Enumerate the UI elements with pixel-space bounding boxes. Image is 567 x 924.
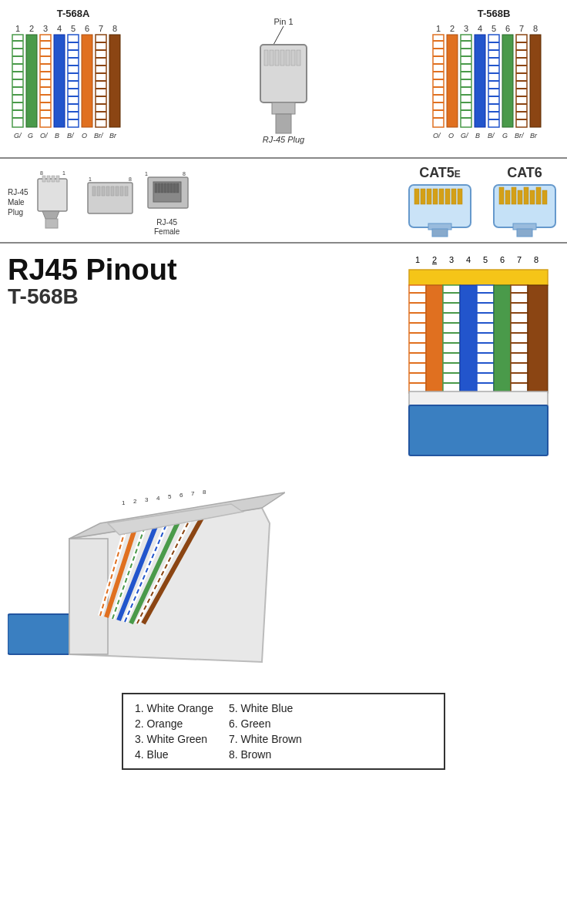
svg-rect-20 (26, 35, 37, 127)
svg-rect-164 (116, 186, 119, 196)
svg-rect-153 (47, 176, 50, 182)
svg-text:5: 5 (492, 24, 496, 33)
svg-text:8: 8 (183, 171, 186, 176)
svg-text:G/: G/ (14, 132, 22, 139)
bottom-section: RJ45 Pinout T-568B 1 2 3 4 5 6 7 8 (0, 244, 567, 789)
svg-text:6: 6 (85, 24, 89, 33)
svg-text:8: 8 (129, 176, 132, 182)
legend-item-7-text: 7. White Brown (229, 733, 302, 745)
legend-item-6: 6. Green (229, 717, 302, 730)
right-wire-diagram: 1 2 3 4 5 6 7 8 (405, 255, 559, 462)
svg-marker-150 (42, 211, 59, 219)
svg-rect-186 (439, 189, 444, 204)
svg-text:G: G (502, 132, 508, 139)
legend-item-2: 2. Orange (135, 717, 213, 730)
svg-text:8: 8 (40, 171, 43, 176)
svg-rect-174 (158, 183, 160, 193)
svg-rect-188 (451, 189, 456, 204)
pinout-title: RJ45 Pinout (8, 255, 177, 284)
svg-rect-114 (475, 35, 485, 127)
legend-item-3: 3. White Green (135, 733, 213, 745)
legend-box: 1. White Orange 2. Orange 3. White Green… (122, 693, 445, 770)
svg-rect-140 (530, 35, 541, 127)
svg-text:4: 4 (156, 495, 160, 502)
legend-item-8: 8. Brown (229, 748, 302, 761)
rj45-female-label: RJ-45Female (154, 218, 179, 237)
svg-rect-193 (499, 187, 504, 204)
svg-rect-73 (275, 50, 279, 66)
rj45-plug-svg: Pin 1 RJ-45 Plug (241, 15, 326, 146)
svg-rect-160 (97, 186, 100, 196)
legend-item-4: 4. Blue (135, 748, 213, 761)
plug-side-view-svg: 8 1 (36, 171, 79, 233)
svg-rect-252 (409, 391, 548, 405)
svg-rect-72 (270, 50, 273, 66)
svg-rect-149 (38, 179, 67, 211)
big-rj45-svg: 1 2 3 4 5 6 7 8 (8, 446, 285, 685)
svg-rect-163 (111, 186, 114, 196)
svg-text:B/: B/ (488, 132, 495, 139)
svg-text:B: B (55, 132, 59, 139)
cat6-item: CAT6 (490, 165, 559, 239)
t568a-title: T-568A (57, 8, 90, 19)
svg-text:1: 1 (122, 499, 126, 506)
svg-rect-180 (176, 183, 179, 193)
legend-col-right: 5. White Blue 6. Green 7 7. White Brown … (229, 702, 302, 761)
top-section: T-568A 1 2 3 4 5 6 7 8 (0, 0, 567, 159)
svg-rect-257 (69, 539, 108, 654)
svg-text:G: G (28, 132, 33, 139)
cat5e-item: CAT5E (405, 165, 475, 239)
svg-rect-162 (106, 186, 109, 196)
svg-rect-59 (109, 35, 120, 127)
svg-text:8: 8 (112, 24, 117, 33)
svg-text:Br/: Br/ (94, 132, 104, 139)
svg-rect-228 (477, 285, 494, 393)
svg-text:3: 3 (43, 24, 48, 33)
svg-rect-200 (542, 190, 547, 204)
svg-rect-253 (409, 405, 548, 455)
cat5e-title: CAT5E (419, 165, 461, 181)
svg-text:3: 3 (145, 496, 149, 503)
svg-rect-173 (155, 183, 157, 193)
svg-rect-77 (297, 50, 300, 66)
svg-rect-191 (432, 229, 448, 237)
svg-text:6: 6 (179, 492, 183, 499)
svg-text:7: 7 (519, 24, 524, 33)
svg-text:O: O (82, 132, 87, 139)
t568b-svg: 1 2 3 4 5 6 7 8 (428, 22, 559, 157)
svg-rect-189 (458, 189, 462, 204)
svg-text:1: 1 (145, 171, 148, 176)
svg-rect-154 (52, 176, 55, 182)
t568a-diagram: T-568A 1 2 3 4 5 6 7 8 (8, 8, 139, 157)
svg-text:O/: O/ (40, 132, 49, 139)
svg-rect-165 (120, 186, 123, 196)
svg-rect-76 (291, 50, 295, 66)
svg-rect-175 (161, 183, 163, 193)
svg-rect-155 (56, 176, 59, 182)
cat6-title: CAT6 (507, 165, 542, 181)
svg-rect-127 (502, 35, 513, 127)
svg-text:7: 7 (191, 490, 195, 497)
svg-text:Pin 1: Pin 1 (273, 17, 293, 26)
svg-text:6: 6 (505, 24, 510, 33)
svg-rect-176 (164, 183, 166, 193)
svg-rect-159 (92, 186, 96, 196)
connectors-section: RJ-45MalePlug 8 1 1 8 (0, 159, 567, 244)
t568b-diagram: T-568B 1 2 3 4 5 6 7 8 (428, 8, 559, 157)
svg-rect-216 (443, 285, 460, 393)
svg-rect-194 (505, 190, 510, 204)
pinout-subtitle: T-568B (8, 284, 177, 309)
svg-rect-183 (421, 189, 425, 204)
svg-text:3: 3 (464, 24, 468, 33)
rj45-female-item: 1 8 RJ-45Female (144, 168, 190, 237)
svg-rect-203 (409, 270, 548, 285)
svg-rect-215 (426, 285, 443, 393)
t568a-svg: 1 2 3 4 5 6 7 8 (8, 22, 139, 157)
svg-rect-196 (518, 190, 522, 204)
cat6-svg (490, 181, 559, 239)
svg-rect-195 (512, 187, 516, 204)
svg-rect-202 (517, 229, 532, 237)
svg-rect-187 (445, 189, 450, 204)
svg-text:B/: B/ (67, 132, 75, 139)
svg-rect-33 (54, 35, 65, 127)
